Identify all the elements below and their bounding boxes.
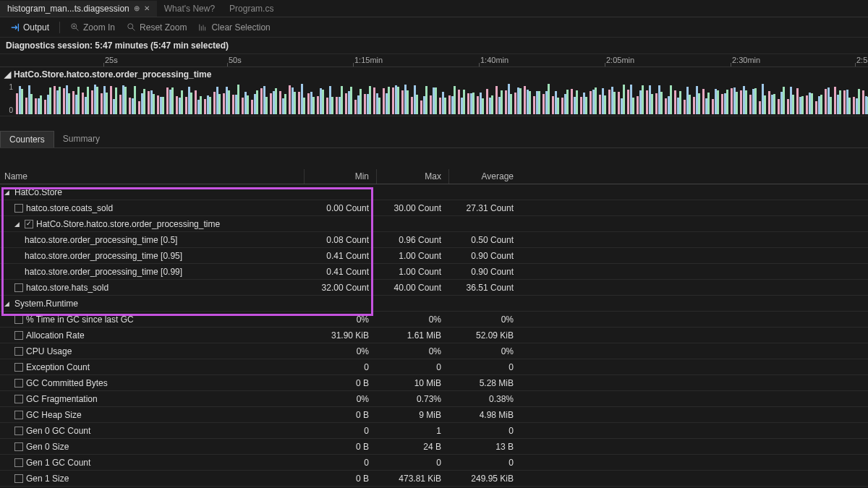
cell-min: 0 B (304, 410, 376, 420)
cell-min: 0.41 Count (304, 267, 376, 277)
close-icon[interactable]: ✕ (144, 4, 150, 12)
checkbox[interactable] (14, 379, 23, 388)
checkbox[interactable] (14, 331, 23, 340)
checkbox[interactable] (14, 283, 23, 292)
clear-selection-icon (198, 22, 208, 33)
checkbox[interactable] (14, 458, 23, 467)
col-avg[interactable]: Average (448, 169, 521, 184)
clear-selection-button[interactable]: Clear Selection (194, 21, 274, 34)
col-min[interactable]: Min (304, 169, 376, 184)
output-label: Output (23, 22, 49, 33)
table-row[interactable]: hatco.store.order_processing_time [0.95]… (0, 248, 868, 264)
cell-avg: 0 (448, 458, 521, 468)
table-row[interactable]: Exception Count000 (0, 359, 868, 375)
counter-name: HatCo.Store.hatco.store.order_processing… (36, 219, 220, 229)
col-name[interactable]: Name (0, 171, 304, 181)
cell-avg: 0% (448, 346, 521, 356)
tab-whatsnew[interactable]: What's New? (157, 1, 222, 17)
cell-avg: 0.90 Count (448, 267, 521, 277)
pin-icon[interactable]: ⊕ (134, 4, 140, 12)
timeline-ruler[interactable]: 25s50s1:15min1:40min2:05min2:30min2:55mi… (0, 54, 868, 67)
checkbox[interactable] (25, 220, 33, 228)
clear-selection-label: Clear Selection (211, 22, 270, 33)
zoom-in-button[interactable]: Zoom In (66, 21, 119, 34)
table-row[interactable]: hatco.store.order_processing_time [0.5]0… (0, 232, 868, 248)
cell-max: 0.96 Count (376, 235, 448, 245)
cell-min: 0 (304, 458, 376, 468)
checkbox[interactable] (14, 347, 23, 356)
table-row[interactable]: GC Fragmentation0%0.73%0.38% (0, 391, 868, 407)
chart-bars (16, 82, 868, 116)
y-tick: 1 (9, 83, 13, 91)
table-row[interactable]: CPU Usage0%0%0% (0, 343, 868, 359)
table-row[interactable]: GC Heap Size0 B9 MiB4.98 MiB (0, 407, 868, 423)
reset-zoom-button[interactable]: Reset Zoom (122, 21, 191, 34)
cell-min: 0.00 Count (304, 203, 376, 213)
group-label: HatCo.Store (14, 187, 62, 197)
table-row[interactable]: ◢System.Runtime (0, 296, 868, 312)
detail-tabs: Counters Summary (0, 131, 868, 148)
table-row[interactable]: % Time in GC since last GC0%0%0% (0, 312, 868, 328)
cell-min: 0 (304, 426, 376, 436)
grid-header: Name Min Max Average (0, 168, 868, 184)
tab-programcs[interactable]: Program.cs (222, 1, 281, 17)
tab-counters[interactable]: Counters (0, 131, 54, 147)
reset-zoom-icon (127, 22, 137, 33)
table-row[interactable]: hatco.store.order_processing_time [0.99]… (0, 264, 868, 280)
checkbox[interactable] (14, 411, 23, 419)
checkbox[interactable] (14, 363, 23, 372)
checkbox[interactable] (14, 427, 23, 435)
tab-label: What's New? (164, 4, 215, 14)
checkbox[interactable] (14, 474, 23, 483)
caret-down-icon: ◢ (4, 189, 12, 196)
cell-max: 1 (376, 426, 448, 436)
counter-name: GC Heap Size (26, 410, 82, 420)
output-button[interactable]: Output (6, 21, 54, 34)
counter-name: % Time in GC since last GC (26, 314, 134, 325)
separator (59, 22, 60, 33)
col-max[interactable]: Max (376, 169, 448, 184)
metric-header[interactable]: ◢ HatCo.Store.hatco.store.order_processi… (0, 67, 868, 82)
cell-min: 0% (304, 346, 376, 356)
checkbox[interactable] (14, 315, 23, 324)
caret-down-icon: ◢ (14, 221, 22, 228)
metric-header-label: HatCo.Store.hatco.store.order_processing… (14, 69, 211, 80)
cell-avg: 36.51 Count (448, 283, 521, 293)
table-row[interactable]: Allocation Rate31.90 KiB1.61 MiB52.09 Ki… (0, 328, 868, 343)
y-axis: 1 0 (0, 82, 16, 116)
caret-down-icon: ◢ (4, 300, 12, 307)
cell-min: 0 B (304, 474, 376, 484)
zoom-in-icon (70, 22, 80, 33)
cell-max: 1.61 MiB (376, 330, 448, 341)
cell-max: 1.00 Count (376, 267, 448, 277)
cell-min: 0 B (304, 442, 376, 452)
table-row[interactable]: Gen 0 GC Count010 (0, 423, 868, 439)
table-row[interactable]: GC Committed Bytes0 B10 MiB5.28 MiB (0, 375, 868, 391)
counter-name: hatco.store.order_processing_time [0.99] (25, 267, 182, 277)
cell-min: 0 (304, 362, 376, 372)
toolbar: Output Zoom In Reset Zoom Clear Selectio… (0, 17, 868, 38)
checkbox[interactable] (14, 442, 23, 451)
table-row[interactable]: hatco.store.hats_sold32.00 Count40.00 Co… (0, 280, 868, 296)
counter-name: CPU Usage (26, 346, 72, 356)
histogram-chart[interactable]: 1 0 (0, 82, 868, 116)
checkbox[interactable] (14, 204, 23, 213)
tab-summary[interactable]: Summary (54, 131, 109, 147)
cell-avg: 249.95 KiB (448, 474, 521, 484)
time-label: 2:05min (606, 56, 634, 64)
table-row[interactable]: ◢HatCo.Store (0, 184, 868, 200)
cell-max: 0% (376, 314, 448, 325)
table-row[interactable]: Gen 1 GC Count000 (0, 455, 868, 471)
table-row[interactable]: hatco.store.coats_sold0.00 Count30.00 Co… (0, 200, 868, 216)
cell-avg: 0.38% (448, 394, 521, 404)
cell-min: 0% (304, 314, 376, 325)
table-row[interactable]: Gen 1 Size0 B473.81 KiB249.95 KiB (0, 471, 868, 487)
table-row[interactable]: ◢HatCo.Store.hatco.store.order_processin… (0, 216, 868, 232)
tab-diagsession[interactable]: histogram_man...ts.diagsession ⊕ ✕ (0, 1, 157, 17)
caret-down-icon: ◢ (4, 69, 11, 80)
checkbox[interactable] (14, 395, 23, 403)
table-row[interactable]: Gen 0 Size0 B24 B13 B (0, 439, 868, 455)
cell-avg: 52.09 KiB (448, 330, 521, 341)
cell-min: 0.41 Count (304, 251, 376, 261)
time-label: 1:40min (480, 56, 509, 64)
